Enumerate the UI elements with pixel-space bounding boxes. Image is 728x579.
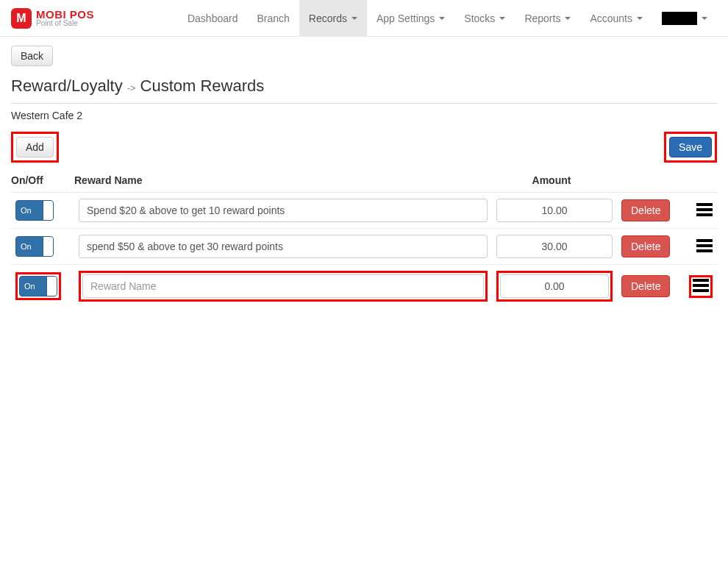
caret-down-icon xyxy=(439,17,445,20)
branch-name: Western Cafe 2 xyxy=(11,110,717,121)
drag-handle-icon[interactable] xyxy=(696,203,713,216)
caret-down-icon xyxy=(351,17,357,20)
rewards-table: On/Off Reward Name Amount On xyxy=(11,170,717,308)
caret-down-icon xyxy=(637,17,643,20)
nav-dashboard[interactable]: Dashboard xyxy=(178,0,248,37)
delete-button[interactable]: Delete xyxy=(621,275,670,297)
reward-name-input[interactable] xyxy=(79,199,488,222)
nav-stocks[interactable]: Stocks xyxy=(454,0,515,37)
brand-name: MOBI POS xyxy=(36,9,94,20)
caret-down-icon xyxy=(565,17,571,20)
svg-rect-8 xyxy=(693,289,709,292)
onoff-toggle[interactable]: On xyxy=(19,276,57,296)
nav-user-menu[interactable] xyxy=(652,0,717,37)
svg-rect-6 xyxy=(693,279,709,282)
brand-subtitle: Point of Sale xyxy=(36,20,94,27)
onoff-toggle[interactable]: On xyxy=(15,200,54,221)
nav-accounts[interactable]: Accounts xyxy=(580,0,652,37)
title-sub: Custom Rewards xyxy=(140,77,265,96)
page-title: Reward/Loyalty -> Custom Rewards xyxy=(11,77,717,96)
title-main: Reward/Loyalty xyxy=(11,77,123,96)
header-name: Reward Name xyxy=(74,170,492,193)
back-button[interactable]: Back xyxy=(11,46,53,66)
onoff-toggle[interactable]: On xyxy=(15,236,54,257)
table-row: On Delete xyxy=(11,265,717,308)
caret-down-icon xyxy=(702,17,707,20)
divider xyxy=(11,103,717,104)
add-button[interactable]: Add xyxy=(16,137,54,157)
header-amount: Amount xyxy=(492,170,617,193)
caret-down-icon xyxy=(499,17,505,20)
drag-handle-icon[interactable] xyxy=(693,279,709,292)
toggle-label: On xyxy=(20,282,35,291)
toggle-label: On xyxy=(16,206,32,215)
svg-rect-4 xyxy=(696,244,713,247)
delete-button[interactable]: Delete xyxy=(621,235,670,257)
svg-rect-3 xyxy=(696,239,713,242)
reward-name-input[interactable] xyxy=(82,274,484,298)
nav-records[interactable]: Records xyxy=(299,0,367,37)
table-row: On Delete xyxy=(11,193,717,229)
svg-rect-7 xyxy=(693,284,709,287)
svg-rect-5 xyxy=(696,249,713,252)
breadcrumb-arrow: -> xyxy=(127,82,136,93)
svg-rect-1 xyxy=(696,208,713,211)
header-onoff: On/Off xyxy=(11,170,74,193)
drag-handle-icon[interactable] xyxy=(696,239,713,252)
save-button[interactable]: Save xyxy=(669,137,712,157)
toggle-label: On xyxy=(16,242,32,251)
reward-name-input[interactable] xyxy=(79,235,488,258)
svg-rect-0 xyxy=(696,203,713,206)
delete-button[interactable]: Delete xyxy=(621,199,670,221)
table-row: On Delete xyxy=(11,229,717,265)
brand-logo[interactable]: M MOBI POS Point of Sale xyxy=(11,8,94,29)
amount-input[interactable] xyxy=(496,235,613,258)
nav-app-settings[interactable]: App Settings xyxy=(367,0,454,37)
save-button-highlight: Save xyxy=(664,132,717,163)
svg-rect-2 xyxy=(696,213,713,216)
amount-input[interactable] xyxy=(500,274,609,298)
brand-logo-icon: M xyxy=(11,8,32,29)
top-navbar: M MOBI POS Point of Sale Dashboard Branc… xyxy=(0,0,728,37)
nav-branch[interactable]: Branch xyxy=(247,0,299,37)
nav-reports[interactable]: Reports xyxy=(515,0,580,37)
user-avatar xyxy=(662,12,697,25)
amount-input[interactable] xyxy=(496,199,613,222)
add-button-highlight: Add xyxy=(11,132,59,163)
